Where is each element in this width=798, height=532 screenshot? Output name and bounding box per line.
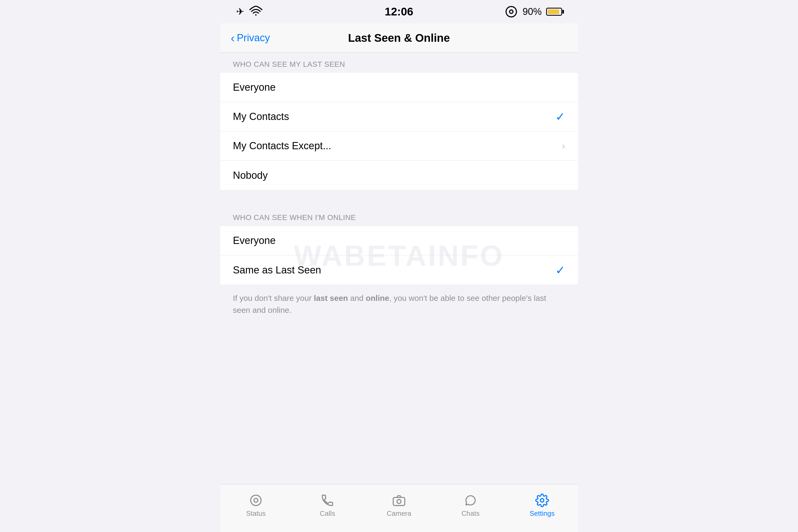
tab-label-calls: Calls bbox=[320, 509, 335, 518]
footer-note-text: If you don't share your last seen and on… bbox=[233, 292, 565, 316]
svg-point-3 bbox=[251, 495, 261, 506]
list-item-nobody-1[interactable]: Nobody bbox=[220, 161, 578, 190]
check-icon-my-contacts: ✓ bbox=[555, 110, 565, 124]
status-bar: ✈ 12:06 90% bbox=[220, 0, 578, 23]
list-item-everyone-2[interactable]: Everyone bbox=[220, 226, 578, 255]
svg-point-1 bbox=[506, 7, 517, 17]
svg-point-4 bbox=[254, 498, 258, 502]
section-header-text-online: WHO CAN SEE WHEN I'M ONLINE bbox=[233, 213, 356, 222]
list-item-everyone-1[interactable]: Everyone bbox=[220, 73, 578, 102]
check-icon-same-as-last-seen: ✓ bbox=[555, 263, 565, 277]
tab-item-calls[interactable]: Calls bbox=[292, 493, 363, 518]
tab-label-camera: Camera bbox=[387, 509, 411, 518]
svg-rect-5 bbox=[393, 497, 404, 506]
back-label: Privacy bbox=[237, 32, 270, 44]
list-item-label-nobody-1: Nobody bbox=[233, 170, 268, 181]
wifi-icon bbox=[249, 5, 263, 19]
battery-fill bbox=[548, 9, 559, 14]
section-gap bbox=[220, 190, 578, 206]
battery-percent: 90% bbox=[522, 6, 542, 17]
svg-point-2 bbox=[510, 10, 513, 14]
status-left: ✈ bbox=[236, 5, 263, 19]
status-tab-icon bbox=[249, 493, 263, 507]
camera-tab-icon bbox=[392, 493, 406, 507]
chevron-right-icon: › bbox=[562, 140, 565, 152]
content-area: WHO CAN SEE MY LAST SEEN Everyone My Con… bbox=[220, 53, 578, 532]
page-title: Last Seen & Online bbox=[348, 32, 450, 44]
list-item-same-as-last-seen[interactable]: Same as Last Seen ✓ bbox=[220, 255, 578, 285]
tab-label-chats: Chats bbox=[461, 509, 480, 518]
status-right: 90% bbox=[504, 5, 562, 19]
tab-item-camera[interactable]: Camera bbox=[363, 493, 435, 518]
list-item-label-everyone-1: Everyone bbox=[233, 82, 276, 93]
status-time: 12:06 bbox=[385, 5, 413, 18]
list-item-label-my-contacts: My Contacts bbox=[233, 111, 289, 122]
tab-item-status[interactable]: Status bbox=[220, 493, 292, 518]
tab-bar: Status Calls Camera Chats bbox=[220, 484, 578, 532]
section-header-text-last-seen: WHO CAN SEE MY LAST SEEN bbox=[233, 60, 345, 68]
phone-screen: ✈ 12:06 90% ‹ Privacy Last Seen & bbox=[220, 0, 578, 532]
list-item-label-same-as-last-seen: Same as Last Seen bbox=[233, 264, 321, 276]
tab-label-settings: Settings bbox=[530, 509, 555, 518]
back-button[interactable]: ‹ Privacy bbox=[231, 32, 270, 45]
svg-point-0 bbox=[255, 14, 256, 15]
settings-tab-icon bbox=[535, 493, 549, 507]
svg-point-7 bbox=[540, 499, 544, 502]
tab-item-settings[interactable]: Settings bbox=[507, 493, 578, 518]
nav-bar: ‹ Privacy Last Seen & Online bbox=[220, 23, 578, 53]
tab-label-status: Status bbox=[246, 509, 266, 518]
footer-note: If you don't share your last seen and on… bbox=[220, 285, 578, 329]
battery-icon bbox=[546, 8, 562, 16]
list-item-my-contacts[interactable]: My Contacts ✓ bbox=[220, 102, 578, 131]
list-item-my-contacts-except[interactable]: My Contacts Except... › bbox=[220, 131, 578, 161]
list-item-label-everyone-2: Everyone bbox=[233, 235, 276, 246]
list-item-label-my-contacts-except: My Contacts Except... bbox=[233, 140, 331, 152]
section-header-online: WHO CAN SEE WHEN I'M ONLINE bbox=[220, 206, 578, 226]
airplane-icon: ✈ bbox=[236, 6, 244, 17]
calls-tab-icon bbox=[321, 493, 334, 507]
online-list: Everyone Same as Last Seen ✓ bbox=[220, 226, 578, 285]
chats-tab-icon bbox=[464, 493, 477, 507]
svg-point-6 bbox=[397, 499, 401, 504]
tab-item-chats[interactable]: Chats bbox=[435, 493, 507, 518]
last-seen-list: Everyone My Contacts ✓ My Contacts Excep… bbox=[220, 73, 578, 190]
section-header-last-seen: WHO CAN SEE MY LAST SEEN bbox=[220, 53, 578, 73]
location-icon bbox=[504, 5, 518, 19]
back-chevron-icon: ‹ bbox=[231, 32, 235, 45]
